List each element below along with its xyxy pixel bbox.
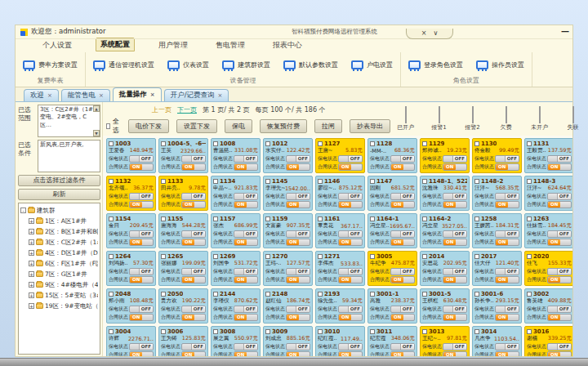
switch-on-state[interactable]: ON bbox=[496, 352, 508, 356]
switch-toggle[interactable]: ON bbox=[390, 351, 415, 356]
protect-toggle[interactable]: OFF bbox=[547, 343, 572, 350]
document-tab[interactable]: 能管售电 × bbox=[61, 89, 110, 101]
meter-card[interactable]: 2148 赵红仙 186.74元 保电状态 OFF bbox=[263, 288, 313, 324]
switch-on-state[interactable]: ON bbox=[548, 277, 560, 283]
tree-root[interactable]: - 建筑群 bbox=[20, 205, 98, 216]
switch-toggle[interactable]: ON bbox=[181, 239, 206, 246]
card-checkbox[interactable] bbox=[527, 254, 532, 259]
switch-toggle[interactable]: ON bbox=[338, 314, 363, 321]
protect-off-state[interactable]: OFF bbox=[505, 269, 519, 274]
switch-on-state[interactable]: ON bbox=[391, 164, 403, 170]
switch-on-state[interactable]: ON bbox=[443, 239, 456, 245]
protect-toggle[interactable]: OFF bbox=[181, 268, 206, 275]
card-checkbox[interactable] bbox=[213, 141, 218, 146]
meter-card[interactable]: 1148-3 汪洋~ 624.64元 保电状态 OFF bbox=[524, 176, 572, 211]
card-checkbox[interactable] bbox=[265, 216, 270, 221]
meter-card[interactable]: 1131 王毅贾.. 137.59元 保电状态 OFF bbox=[524, 138, 572, 173]
switch-on-state[interactable]: ON bbox=[234, 277, 247, 283]
protect-toggle[interactable]: OFF bbox=[234, 230, 258, 238]
protect-off-state[interactable]: OFF bbox=[400, 156, 414, 162]
expand-icon[interactable]: + bbox=[29, 271, 34, 277]
protect-toggle[interactable]: OFF bbox=[443, 155, 467, 163]
switch-on-state[interactable]: ON bbox=[339, 164, 351, 170]
protect-toggle[interactable]: OFF bbox=[286, 230, 310, 238]
menu-item[interactable]: 用户管理 bbox=[154, 39, 192, 51]
protect-off-state[interactable]: OFF bbox=[296, 194, 310, 199]
protect-off-state[interactable]: OFF bbox=[139, 306, 153, 312]
protect-toggle[interactable]: OFF bbox=[495, 268, 519, 275]
switch-on-state[interactable]: ON bbox=[130, 277, 142, 283]
protect-off-state[interactable]: OFF bbox=[243, 156, 257, 162]
protect-off-state[interactable]: OFF bbox=[139, 194, 153, 199]
ribbon-button[interactable]: 建筑群设置 bbox=[220, 59, 273, 71]
switch-toggle[interactable]: ON bbox=[129, 314, 154, 321]
card-checkbox[interactable] bbox=[527, 216, 532, 221]
tab-close-icon[interactable]: × bbox=[99, 92, 104, 99]
choose-filter-button[interactable]: 点击选择过滤条件 bbox=[18, 175, 100, 186]
protect-toggle[interactable]: OFF bbox=[443, 306, 467, 313]
protect-off-state[interactable]: OFF bbox=[505, 231, 519, 237]
card-checkbox[interactable] bbox=[318, 216, 323, 221]
switch-on-state[interactable]: ON bbox=[496, 239, 508, 245]
meter-card[interactable]: 1154 金日 209.45元 保电状态 OFF bbox=[106, 213, 156, 248]
protect-toggle[interactable]: OFF bbox=[181, 230, 206, 238]
protect-toggle[interactable]: OFF bbox=[443, 193, 467, 200]
menu-item[interactable]: 个人设置 bbox=[38, 39, 76, 51]
protect-toggle[interactable]: OFF bbox=[390, 193, 415, 200]
expand-icon[interactable]: + bbox=[29, 303, 34, 309]
protect-off-state[interactable]: OFF bbox=[191, 231, 205, 237]
protect-off-state[interactable]: OFF bbox=[348, 269, 362, 274]
switch-on-state[interactable]: ON bbox=[548, 352, 560, 356]
switch-toggle[interactable]: ON bbox=[286, 163, 310, 171]
switch-toggle[interactable]: ON bbox=[129, 351, 154, 356]
protect-off-state[interactable]: OFF bbox=[139, 269, 153, 274]
card-checkbox[interactable] bbox=[161, 329, 166, 334]
action-button[interactable]: 抄表导出 bbox=[350, 119, 390, 133]
card-checkbox[interactable] bbox=[527, 329, 532, 334]
action-button[interactable]: 电价下发 bbox=[128, 119, 169, 133]
meter-card[interactable]: 1271 李伟杰 533.83.. 保电状态 OFF bbox=[315, 251, 365, 286]
protect-toggle[interactable]: OFF bbox=[495, 343, 519, 350]
protect-off-state[interactable]: OFF bbox=[296, 306, 310, 312]
protect-toggle[interactable]: OFF bbox=[286, 193, 310, 200]
protect-toggle[interactable]: OFF bbox=[495, 230, 519, 238]
card-checkbox[interactable] bbox=[318, 179, 323, 184]
meter-card[interactable]: 1155 唐海海 544.28元 保电状态 OFF bbox=[158, 213, 208, 248]
switch-on-state[interactable]: ON bbox=[548, 239, 560, 245]
card-checkbox[interactable] bbox=[109, 141, 114, 146]
switch-toggle[interactable]: ON bbox=[495, 163, 519, 171]
card-checkbox[interactable] bbox=[109, 254, 114, 259]
switch-toggle[interactable]: ON bbox=[234, 276, 258, 283]
switch-toggle[interactable]: ON bbox=[338, 276, 363, 283]
switch-toggle[interactable]: ON bbox=[234, 201, 258, 208]
switch-toggle[interactable]: ON bbox=[547, 163, 572, 171]
protect-toggle[interactable]: OFF bbox=[129, 343, 154, 350]
card-checkbox[interactable] bbox=[265, 292, 270, 297]
protect-off-state[interactable]: OFF bbox=[400, 344, 414, 350]
switch-on-state[interactable]: ON bbox=[234, 352, 247, 356]
card-checkbox[interactable] bbox=[474, 254, 479, 259]
protect-off-state[interactable]: OFF bbox=[557, 194, 571, 199]
select-all[interactable]: 全选 bbox=[106, 117, 121, 135]
prev-page-link[interactable]: 上一页 bbox=[152, 105, 172, 114]
switch-on-state[interactable]: ON bbox=[391, 352, 403, 356]
card-checkbox[interactable] bbox=[161, 216, 166, 221]
switch-on-state[interactable]: ON bbox=[339, 202, 351, 208]
switch-toggle[interactable]: ON bbox=[286, 239, 310, 246]
menu-item[interactable]: 售电管理 bbox=[212, 39, 249, 51]
protect-off-state[interactable]: OFF bbox=[348, 156, 362, 162]
card-checkbox[interactable] bbox=[474, 329, 479, 334]
switch-toggle[interactable]: ON bbox=[390, 239, 415, 246]
card-checkbox[interactable] bbox=[474, 292, 479, 297]
selected-filter-listbox[interactable]: 新风表,已开户表, bbox=[38, 140, 100, 172]
meter-card[interactable]: 2193 徐先生.. 59.34元 保电状态 OFF bbox=[315, 288, 365, 324]
action-button[interactable]: 恢复预付费 bbox=[260, 119, 307, 133]
card-checkbox[interactable] bbox=[213, 179, 218, 184]
protect-off-state[interactable]: OFF bbox=[452, 156, 466, 162]
protect-off-state[interactable]: OFF bbox=[191, 269, 205, 274]
switch-on-state[interactable]: ON bbox=[443, 164, 456, 170]
protect-toggle[interactable]: OFF bbox=[286, 155, 310, 163]
action-button[interactable]: 设置下发 bbox=[176, 119, 217, 133]
protect-toggle[interactable]: OFF bbox=[181, 306, 206, 313]
protect-off-state[interactable]: OFF bbox=[296, 231, 310, 237]
